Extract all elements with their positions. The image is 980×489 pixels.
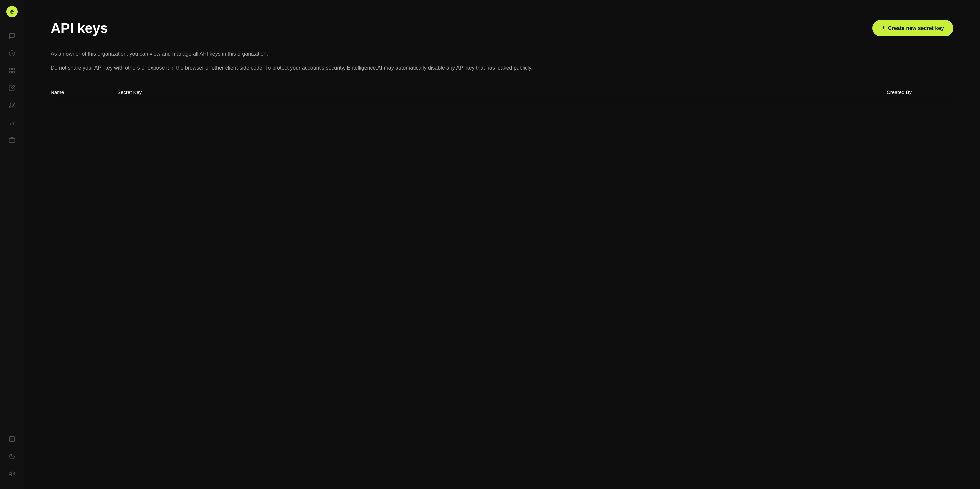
chat-icon bbox=[9, 33, 15, 39]
sidebar-item-toggle[interactable] bbox=[5, 432, 19, 446]
sidebar-item-branch[interactable] bbox=[5, 98, 19, 113]
svg-marker-16 bbox=[9, 472, 12, 476]
sidebar-item-dashboard[interactable] bbox=[5, 63, 19, 78]
create-button-label: Create new secret key bbox=[888, 25, 944, 31]
sidebar-item-history[interactable] bbox=[5, 46, 19, 60]
api-keys-table: Name Secret Key Created By bbox=[51, 85, 953, 99]
branch-icon bbox=[9, 102, 15, 109]
svg-rect-4 bbox=[12, 68, 14, 70]
sidebar-item-sound[interactable] bbox=[5, 466, 19, 481]
sidebar-item-dark-mode[interactable] bbox=[5, 449, 19, 464]
sidebar: e bbox=[0, 0, 24, 489]
page-header: API keys + Create new secret key bbox=[51, 20, 953, 36]
analytics-icon bbox=[9, 119, 15, 126]
table-header: Name Secret Key Created By bbox=[51, 85, 953, 99]
create-secret-key-button[interactable]: + Create new secret key bbox=[872, 20, 953, 36]
history-icon bbox=[9, 50, 15, 57]
description-text-1: As an owner of this organization, you ca… bbox=[51, 50, 953, 58]
column-header-name: Name bbox=[51, 89, 117, 95]
sidebar-item-edit[interactable] bbox=[5, 81, 19, 95]
description-text-2: Do not share your API key with others or… bbox=[51, 64, 953, 72]
moon-icon bbox=[9, 453, 15, 460]
svg-rect-14 bbox=[10, 437, 14, 442]
main-content: API keys + Create new secret key As an o… bbox=[24, 0, 980, 489]
sidebar-item-analytics[interactable] bbox=[5, 115, 19, 130]
svg-rect-5 bbox=[12, 71, 14, 73]
sidebar-item-chat[interactable] bbox=[5, 29, 19, 43]
team-icon bbox=[9, 137, 15, 143]
sidebar-toggle-icon bbox=[9, 436, 15, 442]
svg-text:e: e bbox=[10, 8, 14, 15]
description-section: As an owner of this organization, you ca… bbox=[51, 50, 953, 72]
plus-icon: + bbox=[882, 25, 885, 32]
page-title: API keys bbox=[51, 20, 108, 36]
edit-icon bbox=[9, 85, 15, 91]
dashboard-icon bbox=[9, 67, 15, 74]
svg-rect-13 bbox=[9, 138, 15, 143]
svg-rect-3 bbox=[10, 68, 11, 70]
svg-rect-6 bbox=[10, 71, 11, 73]
sound-icon bbox=[9, 470, 15, 477]
column-header-secret-key: Secret Key bbox=[117, 89, 887, 95]
sidebar-item-team[interactable] bbox=[5, 133, 19, 147]
column-header-created-by: Created By bbox=[887, 89, 953, 95]
sidebar-bottom bbox=[5, 432, 19, 484]
app-logo[interactable]: e bbox=[6, 5, 18, 18]
sidebar-nav bbox=[0, 29, 24, 432]
